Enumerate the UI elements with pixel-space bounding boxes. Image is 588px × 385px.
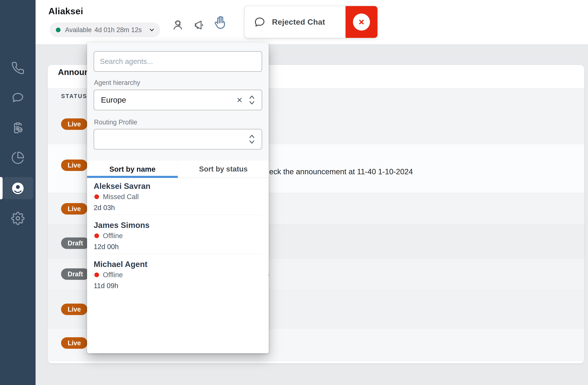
chat-bubble-icon [245,16,266,28]
status-badge: Live [61,118,87,130]
announcement-text: eck the announcement at 11-40 1-10-2024 [269,167,413,176]
clipboard-check-icon [11,121,25,135]
status-dot-icon [94,272,99,277]
status-timer: 4d 01h 28m 12s [95,26,142,34]
sidebar-item-calls[interactable] [0,55,36,81]
sidebar-item-agents[interactable] [0,175,36,201]
agent-status-text: Offline [103,271,123,279]
agents-toggle-button[interactable] [169,17,186,33]
list-divider [94,215,262,215]
clear-icon[interactable] [236,96,243,104]
search-input[interactable] [94,51,262,71]
agent-list-item[interactable]: Michael Agent Offline 11d 09h [94,259,262,298]
page-title: Aliaksei [48,6,83,16]
agent-status-selector[interactable]: Available 4d 01h 28m 12s [50,23,160,37]
sidebar-item-reports[interactable] [0,145,36,171]
agent-status-text: Missed Call [103,193,139,201]
status-column-header: STATUS [61,93,87,99]
app-root: Announcements STATUS Live Vasili from Va… [0,0,588,385]
announcements-button[interactable] [191,17,208,33]
rejected-chat-label: Rejected Chat [272,18,325,26]
hand-icon [213,16,227,30]
agent-duration: 12d 00h [94,242,119,251]
tab-sort-by-status[interactable]: Sort by status [178,160,269,178]
raise-hand-button[interactable] [212,15,228,31]
list-divider [94,254,262,254]
chevron-down-icon [148,26,155,33]
status-badge: Live [61,203,87,215]
agents-panel: Agent hierarchy Europe Routing Profile S… [87,43,269,353]
pie-chart-icon [11,151,25,164]
sidebar-item-settings[interactable] [0,205,36,231]
dismiss-chat-button[interactable] [346,6,378,38]
agent-status-line: Missed Call [94,193,139,201]
routing-select[interactable] [94,129,262,149]
agent-status-line: Offline [94,232,123,240]
status-badge: Draft [61,268,90,280]
rejected-chat-body[interactable]: Rejected Chat [245,6,346,38]
hierarchy-label: Agent hierarchy [94,79,140,87]
hierarchy-select[interactable]: Europe [94,90,262,110]
select-chevrons-icon [248,93,256,106]
sidebar-item-chats[interactable] [0,84,36,110]
status-badge: Live [61,304,87,315]
agent-duration: 11d 09h [94,281,118,290]
close-circle [353,14,370,31]
agent-duration: 2d 03h [94,203,115,212]
top-header: Aliaksei Available 4d 01h 28m 12s [36,0,588,45]
phone-icon [11,61,25,75]
sidebar-item-tasks[interactable] [0,115,36,141]
status-label: Available [65,26,92,34]
status-badge: Draft [61,237,90,249]
sidebar [0,0,36,385]
agent-search [94,51,262,72]
agent-status-text: Offline [103,232,123,240]
gear-icon [11,212,25,225]
rejected-chat-card[interactable]: Rejected Chat [244,6,378,38]
status-dot-icon [94,233,99,238]
person-headset-icon [171,18,185,32]
available-status-dot [56,28,61,32]
active-tab-underline [87,176,178,178]
hierarchy-value: Europe [101,95,236,105]
status-badge: Live [61,337,87,349]
chat-icon [11,91,25,104]
select-chevrons-icon [248,133,256,146]
status-dot-icon [94,194,99,199]
tab-sort-by-name[interactable]: Sort by name [87,160,178,178]
routing-label: Routing Profile [94,118,137,126]
sort-tabs: Sort by name Sort by status [87,160,269,178]
agent-status-line: Offline [94,271,123,279]
megaphone-icon [192,18,206,32]
status-badge: Live [61,159,87,171]
person-circle-icon [11,181,25,195]
close-icon [357,18,366,26]
